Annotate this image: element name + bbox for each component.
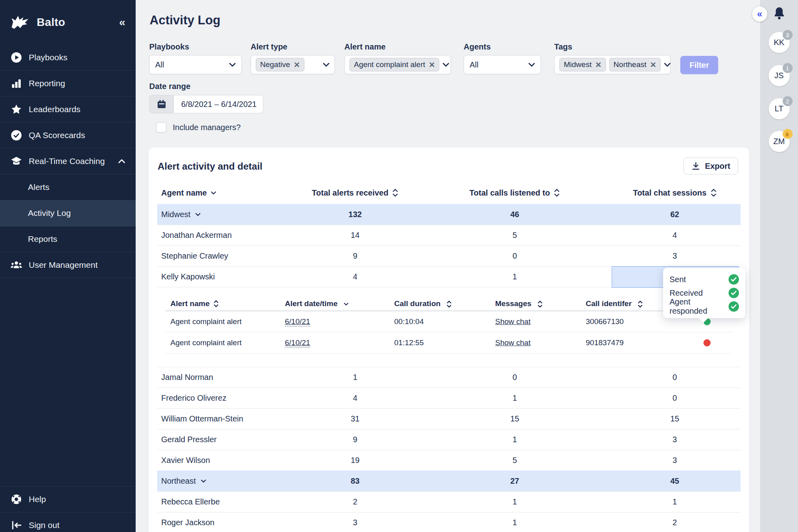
filter-button[interactable]: Filter — [680, 56, 718, 74]
chevron-down-icon — [442, 63, 449, 67]
notification-count-badge: 3 — [782, 30, 792, 40]
include-managers-control[interactable]: Include managers? — [150, 122, 241, 133]
agent-row[interactable]: Stephanie Crawley 9 0 3 — [157, 245, 741, 266]
alert-name-label: Alert name — [344, 42, 451, 51]
alert-type-label: Alert type — [251, 42, 335, 51]
sign-out-icon — [10, 520, 22, 530]
caret-down-icon — [211, 191, 216, 195]
sidebar-header: Balto « — [0, 0, 136, 45]
avatar-initials: LT — [775, 104, 784, 113]
include-managers-checkbox[interactable] — [156, 122, 166, 133]
popover-label: Sent — [670, 275, 686, 284]
remove-chip-icon[interactable]: ✕ — [429, 61, 435, 69]
panel-collapse-button[interactable]: « — [752, 6, 767, 22]
sidebar-item-reporting[interactable]: Reporting — [0, 71, 136, 97]
popover-label: Agent responded — [670, 297, 729, 316]
agent-row[interactable]: Jamal Norman 1 0 0 — [157, 367, 741, 388]
sidebar-item-label: Real-Time Coaching — [29, 156, 105, 166]
avatar[interactable]: LT 2 — [768, 98, 790, 119]
notification-bell-icon[interactable] — [773, 7, 785, 20]
filter-chip[interactable]: Negative ✕ — [256, 58, 304, 71]
bar-chart-icon — [10, 78, 22, 89]
column-header-call-duration[interactable]: Call duration — [389, 299, 490, 308]
export-button[interactable]: Export — [683, 158, 738, 174]
avatar[interactable]: JS 1 — [768, 65, 790, 86]
avatar[interactable]: ZM — [768, 131, 790, 152]
tags-select[interactable]: Midwest ✕ Northeast ✕ — [554, 55, 671, 74]
sidebar-item-qa-scorecards[interactable]: QA Scorecards — [0, 123, 136, 148]
remove-chip-icon[interactable]: ✕ — [294, 61, 300, 69]
sidebar-item-label: Reporting — [29, 79, 65, 88]
alert-name-select[interactable]: Agent complaint alert ✕ — [344, 55, 451, 74]
alert-status-dot — [703, 339, 711, 346]
chip-label: Midwest — [564, 60, 592, 69]
alert-type-select[interactable]: Negative ✕ — [251, 55, 335, 74]
play-circle-icon — [10, 52, 22, 63]
show-chat-link[interactable]: Show chat — [495, 338, 531, 347]
agent-row[interactable]: Rebecca Ellerbe 2 1 1 — [157, 491, 741, 512]
sidebar-item-help[interactable]: Help — [0, 486, 136, 512]
agents-select[interactable]: All — [464, 55, 541, 74]
selected-value: All — [155, 60, 164, 69]
sidebar-item-label: User Management — [29, 260, 98, 270]
sidebar-collapse-icon[interactable]: « — [119, 17, 125, 28]
check-circle-green-icon — [729, 288, 739, 298]
sidebar-item-reports[interactable]: Reports — [0, 226, 136, 252]
sidebar-item-real-time-coaching[interactable]: Real-Time Coaching — [0, 148, 136, 174]
agent-activity-table: Agent name Total alerts received Total c… — [157, 182, 741, 532]
life-ring-icon — [10, 494, 22, 504]
avatar-initials: KK — [774, 38, 784, 47]
column-header-total-calls[interactable]: Total calls listened to — [435, 188, 595, 198]
caret-down-icon — [195, 213, 201, 216]
filter-chip[interactable]: Northeast ✕ — [609, 58, 661, 71]
show-chat-link[interactable]: Show chat — [495, 317, 531, 326]
sidebar-item-activity-log[interactable]: Activity Log — [0, 200, 136, 226]
agent-row[interactable]: Jonathan Ackerman 14 5 4 — [157, 225, 741, 245]
sort-icon — [392, 188, 398, 197]
column-header-total-alerts[interactable]: Total alerts received — [275, 188, 435, 198]
selected-value: All — [470, 60, 478, 69]
group-row-midwest[interactable]: Midwest 132 46 62 — [157, 204, 741, 225]
agent-row[interactable]: Frederico Oliverez 4 1 0 — [157, 388, 741, 408]
filter-chip[interactable]: Agent complaint alert ✕ — [350, 58, 439, 71]
tags-filter: Tags Midwest ✕ Northeast ✕ — [554, 42, 671, 74]
group-row-northeast[interactable]: Northeast 83 27 45 — [157, 471, 741, 491]
avatar[interactable]: KK 3 — [768, 32, 790, 53]
column-header-agent-name[interactable]: Agent name — [157, 188, 275, 198]
sidebar-item-playbooks[interactable]: Playbooks — [0, 45, 136, 71]
agent-row[interactable]: Gerald Pressler 9 1 3 — [157, 429, 741, 450]
chip-label: Negative — [260, 60, 290, 69]
filter-chip[interactable]: Midwest ✕ — [559, 58, 606, 71]
playbooks-select[interactable]: All — [149, 55, 242, 74]
remove-chip-icon[interactable]: ✕ — [595, 61, 602, 69]
avatar-initials: JS — [774, 71, 784, 80]
sort-icon — [554, 188, 560, 197]
sidebar-item-alerts[interactable]: Alerts — [0, 174, 136, 200]
sidebar-item-user-management[interactable]: User Management — [0, 252, 136, 278]
presence-rail: KK 3 JS 1 LT 2 ZM — [760, 0, 798, 532]
sidebar-item-label: Leaderboards — [29, 105, 81, 114]
column-header-alert-name[interactable]: Alert name — [165, 299, 280, 308]
agent-row[interactable]: William Otterman-Stein 31 15 15 — [157, 408, 741, 429]
sidebar-item-label: Activity Log — [28, 208, 71, 218]
column-header-total-chats[interactable]: Total chat sessions — [595, 188, 738, 198]
column-header-messages[interactable]: Messages — [490, 299, 581, 308]
chevron-up-icon — [118, 159, 125, 164]
alert-date-link[interactable]: 6/10/21 — [285, 317, 310, 327]
sidebar-item-label: Playbooks — [29, 53, 67, 62]
sort-icon — [213, 300, 219, 308]
agent-row[interactable]: Xavier Wilson 19 5 3 — [157, 450, 741, 471]
date-range-input[interactable]: 6/8/2021 – 6/14/2021 — [149, 95, 263, 113]
notification-count-badge: 1 — [782, 63, 792, 73]
remove-chip-icon[interactable]: ✕ — [650, 61, 656, 69]
check-circle-green-icon — [729, 301, 739, 312]
agent-row[interactable]: Roger Jackson 3 1 2 — [157, 512, 741, 532]
column-header-alert-datetime[interactable]: Alert date/time — [280, 299, 389, 308]
sidebar-item-label: Reports — [28, 234, 57, 244]
date-range-filter: Date range 6/8/2021 – 6/14/2021 — [149, 82, 263, 113]
chevron-down-icon — [323, 63, 330, 67]
alert-date-link[interactable]: 6/10/21 — [285, 338, 310, 348]
chip-label: Agent complaint alert — [354, 60, 425, 69]
sidebar-item-sign-out[interactable]: Sign out — [0, 512, 136, 532]
sidebar-item-leaderboards[interactable]: Leaderboards — [0, 97, 136, 123]
